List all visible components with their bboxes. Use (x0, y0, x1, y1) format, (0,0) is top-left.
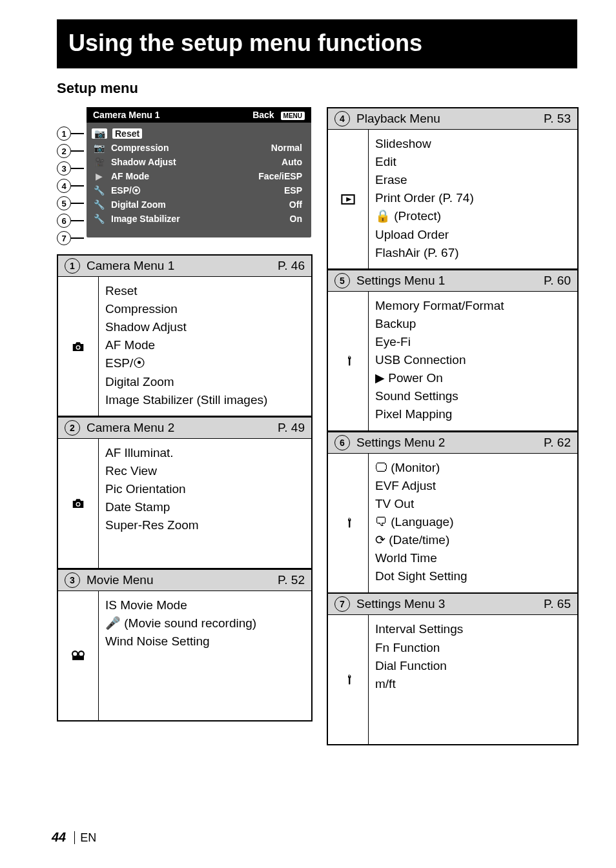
section-body: SlideshowEditErasePrint Order (P. 74)🔒 (… (327, 130, 578, 269)
section-icon-cell (328, 292, 369, 430)
menu-item: Super-Res Zoom (105, 516, 305, 534)
lcd-row: 🔧ESP/⦿ESP (92, 183, 305, 197)
section-icon-cell (328, 130, 369, 268)
wrench-icon (341, 517, 355, 529)
section-name: Settings Menu 2 (356, 436, 544, 450)
menu-item: Pixel Mapping (375, 405, 571, 423)
callout-4: 4 (57, 179, 84, 193)
lcd-header-badge: MENU (281, 112, 305, 120)
svg-point-1 (77, 346, 79, 348)
callout-1: 1 (57, 126, 84, 141)
page-subtitle: Setup menu (57, 80, 577, 97)
lcd-row-label: Compression (106, 143, 271, 153)
menu-item: ⟳ (Date/time) (375, 531, 571, 549)
section-page: P. 60 (544, 274, 571, 288)
menu-item: Pic Orientation (105, 480, 305, 498)
menu-item: ▶ Power On (375, 369, 571, 387)
svg-rect-6 (72, 656, 84, 660)
camera-icon (71, 498, 85, 509)
page-title: Using the setup menu functions (57, 19, 577, 68)
section-number: 2 (65, 420, 80, 436)
callout-6: 6 (57, 214, 84, 228)
lcd-header-back: Back (252, 110, 274, 120)
section-body: Memory Format/FormatBackupEye-FiUSB Conn… (327, 292, 578, 431)
lcd-row-label: Digital Zoom (106, 199, 289, 210)
footer-lang: EN (74, 831, 96, 844)
lcd-row-label: Shadow Adjust (106, 157, 282, 167)
section-items: SlideshowEditErasePrint Order (P. 74)🔒 (… (369, 130, 577, 268)
menu-item: Slideshow (375, 135, 571, 153)
menu-item: Erase (375, 171, 571, 189)
menu-item: EVF Adjust (375, 477, 571, 495)
section-items: Interval SettingsFn FunctionDial Functio… (369, 615, 577, 744)
menu-section: 3Movie MenuP. 52IS Movie Mode🎤 (Movie so… (57, 569, 313, 722)
menu-item: Reset (105, 282, 305, 300)
menu-item: ESP/⦿ (105, 354, 305, 372)
menu-item: Dial Function (375, 657, 571, 675)
wrench-icon (341, 674, 355, 685)
lcd-side-icon: 🔧 (92, 214, 106, 224)
movie-icon (71, 650, 85, 661)
lcd-side-icon: 🔧 (92, 185, 106, 196)
menu-item: Interval Settings (375, 620, 571, 638)
callout-2: 2 (57, 144, 84, 158)
lcd-side-icon: 🎥 (92, 157, 106, 167)
section-page: P. 46 (278, 259, 305, 273)
menu-item: Upload Order (375, 226, 571, 244)
footer-page-number: 44 (52, 830, 66, 844)
section-header: 6Settings Menu 2P. 62 (327, 432, 578, 454)
section-icon-cell (58, 439, 99, 568)
lcd-row: 🔧Image StabilizerOn (92, 212, 305, 226)
page-footer: 44 EN (52, 830, 96, 845)
menu-section: 4Playback MenuP. 53SlideshowEditErasePri… (327, 107, 579, 270)
menu-item: Compression (105, 300, 305, 318)
section-page: P. 62 (544, 436, 571, 450)
lcd-row-label: Image Stabilizer (106, 214, 290, 224)
section-body: AF Illuminat.Rec ViewPic OrientationDate… (57, 439, 312, 569)
play-icon (341, 194, 355, 205)
section-icon-cell (328, 615, 369, 744)
section-header: 7Settings Menu 3P. 65 (327, 593, 578, 615)
section-body: 🖵 (Monitor)EVF AdjustTV Out🗨 (Language)⟳… (327, 454, 578, 593)
lcd-header-title: Camera Menu 1 (93, 110, 159, 120)
section-header: 1Camera Menu 1P. 46 (57, 255, 312, 277)
section-name: Settings Menu 3 (356, 597, 544, 611)
section-header: 3Movie MenuP. 52 (57, 569, 312, 591)
menu-item: 🗨 (Language) (375, 513, 571, 531)
menu-item: FlashAir (P. 67) (375, 244, 571, 262)
menu-item: AF Illuminat. (105, 444, 305, 462)
callout-3: 3 (57, 161, 84, 176)
lcd-row-value: Off (289, 199, 305, 210)
section-number: 4 (334, 111, 350, 126)
callout-5: 5 (57, 196, 84, 210)
menu-item: m/ft (375, 675, 571, 693)
menu-item: AF Mode (105, 336, 305, 354)
section-header: 2Camera Menu 2P. 49 (57, 417, 312, 439)
section-body: Interval SettingsFn FunctionDial Functio… (327, 615, 578, 745)
menu-item: 🔒 (Protect) (375, 207, 571, 225)
lcd-side-icon: 📷 (92, 128, 107, 139)
menu-item: Fn Function (375, 639, 571, 657)
menu-item: Date Stamp (105, 498, 305, 516)
menu-item: Wind Noise Setting (105, 632, 305, 651)
section-items: ResetCompressionShadow AdjustAF ModeESP/… (99, 277, 311, 416)
menu-item: Digital Zoom (105, 373, 305, 391)
lcd-row-label: Reset (107, 128, 302, 139)
section-icon-cell (58, 591, 99, 720)
menu-item: Shadow Adjust (105, 318, 305, 336)
section-header: 4Playback MenuP. 53 (327, 108, 578, 130)
wrench-icon (341, 355, 355, 367)
menu-item: Eye-Fi (375, 333, 571, 351)
menu-item: 🎤 (Movie sound recording) (105, 614, 305, 632)
section-name: Settings Menu 1 (356, 274, 544, 288)
lcd-row-value: Auto (282, 157, 305, 167)
section-number: 6 (334, 435, 350, 450)
menu-item: Image Stabilizer (Still images) (105, 391, 305, 409)
section-name: Movie Menu (87, 573, 278, 587)
lcd-side-icon: ▶ (92, 171, 106, 181)
section-icon-cell (328, 454, 369, 592)
menu-item: TV Out (375, 495, 571, 513)
menu-item: Sound Settings (375, 387, 571, 405)
menu-item: IS Movie Mode (105, 596, 305, 614)
section-number: 3 (65, 572, 80, 588)
